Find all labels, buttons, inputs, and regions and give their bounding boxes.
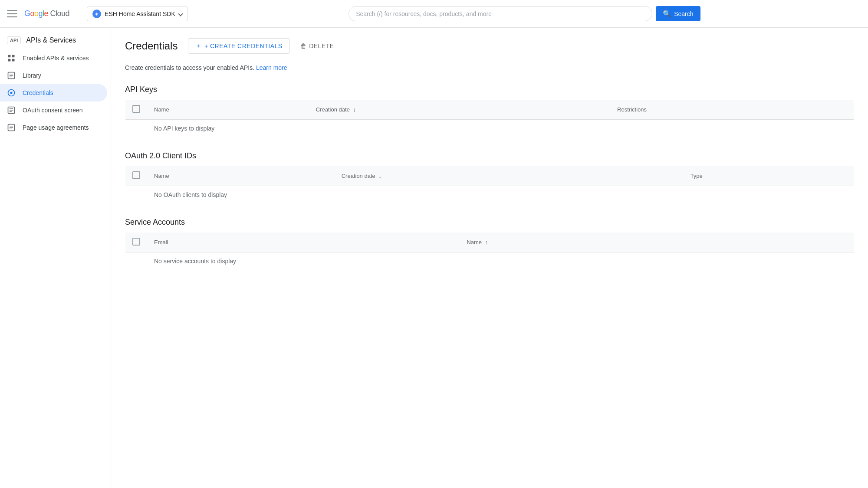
api-keys-header-checkbox-cell — [125, 100, 148, 120]
sidebar-item-credentials[interactable]: Credentials — [0, 84, 107, 102]
oauth-clients-col-name: Name — [147, 166, 335, 186]
api-keys-select-all-checkbox[interactable] — [132, 105, 140, 113]
api-badge: API — [7, 36, 21, 44]
service-accounts-sort-asc-icon: ↑ — [485, 239, 488, 246]
service-accounts-section: Service Accounts Email Name ↑ — [125, 218, 854, 270]
enabled-apis-icon — [7, 54, 16, 62]
project-name: ESH Home Assistant SDK — [105, 10, 175, 17]
sidebar-item-label-oauth-consent: OAuth consent screen — [23, 107, 83, 114]
project-icon: ◈ — [92, 10, 101, 18]
sidebar-item-label-credentials: Credentials — [23, 89, 53, 96]
hamburger-menu-icon[interactable] — [7, 9, 17, 19]
sidebar-title: APIs & Services — [26, 36, 76, 44]
api-keys-empty-checkbox-cell — [125, 120, 148, 138]
service-accounts-header-checkbox-cell — [125, 233, 148, 252]
search-bar[interactable] — [349, 6, 652, 21]
sidebar-header: API APIs & Services — [0, 31, 111, 49]
sidebar-item-enabled-apis[interactable]: Enabled APIs & services — [0, 49, 107, 67]
api-keys-section: API Keys Name Creation date ↓ — [125, 85, 854, 138]
create-credentials-button[interactable]: ＋ + CREATE CREDENTIALS — [188, 38, 289, 54]
search-area: 🔍 Search — [188, 6, 861, 21]
service-accounts-title: Service Accounts — [125, 218, 854, 227]
oauth-clients-empty-row: No OAuth clients to display — [125, 186, 854, 204]
oauth-clients-section: OAuth 2.0 Client IDs Name Creation date … — [125, 151, 854, 204]
oauth-clients-col-creation-date[interactable]: Creation date ↓ — [335, 166, 684, 186]
page-header: Credentials ＋ + CREATE CREDENTIALS 🗑 DEL… — [125, 38, 854, 54]
api-keys-col-name: Name — [147, 100, 309, 120]
page-description: Create credentials to access your enable… — [125, 64, 854, 71]
api-keys-title: API Keys — [125, 85, 854, 94]
delete-button-label: DELETE — [309, 43, 334, 49]
delete-button[interactable]: 🗑 DELETE — [293, 39, 341, 53]
api-keys-col-creation-date[interactable]: Creation date ↓ — [309, 100, 610, 120]
create-button-label: + CREATE CREDENTIALS — [204, 43, 283, 49]
api-keys-table: Name Creation date ↓ Restrictions — [125, 99, 854, 138]
delete-icon: 🗑 — [300, 43, 307, 49]
api-keys-empty-message: No API keys to display — [147, 120, 854, 138]
oauth-clients-title: OAuth 2.0 Client IDs — [125, 151, 854, 160]
oauth-clients-header-checkbox-cell — [125, 166, 148, 186]
credentials-icon — [7, 88, 16, 97]
search-input[interactable] — [356, 10, 645, 17]
app-layout: API APIs & Services Enabled APIs & servi… — [0, 28, 868, 488]
search-button[interactable]: 🔍 Search — [656, 6, 700, 21]
create-icon: ＋ — [195, 42, 202, 50]
learn-more-link[interactable]: Learn more — [256, 64, 287, 71]
oauth-consent-icon — [7, 106, 16, 115]
oauth-clients-empty-checkbox-cell — [125, 186, 148, 204]
main-content: Credentials ＋ + CREATE CREDENTIALS 🗑 DEL… — [111, 28, 868, 488]
svg-rect-0 — [8, 55, 11, 58]
service-accounts-empty-checkbox-cell — [125, 252, 148, 270]
svg-rect-2 — [8, 59, 11, 62]
action-buttons: ＋ + CREATE CREDENTIALS 🗑 DELETE — [188, 38, 341, 54]
sidebar-item-page-usage[interactable]: Page usage agreements — [0, 119, 107, 136]
sidebar: API APIs & Services Enabled APIs & servi… — [0, 28, 111, 488]
sidebar-item-label-page-usage: Page usage agreements — [23, 124, 89, 131]
sidebar-item-label-enabled-apis: Enabled APIs & services — [23, 55, 89, 62]
search-icon: 🔍 — [663, 10, 671, 18]
oauth-clients-header-row: Name Creation date ↓ Type — [125, 166, 854, 186]
page-usage-icon — [7, 123, 16, 132]
oauth-clients-select-all-checkbox[interactable] — [132, 171, 140, 179]
oauth-clients-col-type: Type — [684, 166, 854, 186]
api-keys-header-row: Name Creation date ↓ Restrictions — [125, 100, 854, 120]
svg-point-9 — [10, 92, 13, 94]
service-accounts-col-email: Email — [147, 233, 460, 252]
google-cloud-logo: Google Cloud — [24, 9, 69, 18]
oauth-clients-empty-message: No OAuth clients to display — [147, 186, 854, 204]
service-accounts-empty-message: No service accounts to display — [147, 252, 854, 270]
service-accounts-col-name[interactable]: Name ↑ — [460, 233, 854, 252]
svg-rect-3 — [12, 59, 15, 62]
search-button-label: Search — [674, 10, 693, 17]
header: Google Cloud ◈ ESH Home Assistant SDK 🔍 … — [0, 0, 868, 28]
service-accounts-table: Email Name ↑ No service accounts to disp… — [125, 232, 854, 270]
description-text: Create credentials to access your enable… — [125, 64, 254, 71]
project-selector[interactable]: ◈ ESH Home Assistant SDK — [87, 7, 188, 21]
sidebar-item-label-library: Library — [23, 72, 41, 79]
library-icon — [7, 71, 16, 80]
service-accounts-header-row: Email Name ↑ — [125, 233, 854, 252]
chevron-down-icon — [178, 11, 183, 16]
oauth-sort-desc-icon: ↓ — [378, 173, 381, 179]
service-accounts-empty-row: No service accounts to display — [125, 252, 854, 270]
oauth-clients-table: Name Creation date ↓ Type No — [125, 166, 854, 204]
api-keys-empty-row: No API keys to display — [125, 120, 854, 138]
service-accounts-select-all-checkbox[interactable] — [132, 238, 140, 246]
logo-text: Google Cloud — [24, 9, 69, 18]
sidebar-item-oauth-consent[interactable]: OAuth consent screen — [0, 102, 107, 119]
page-title: Credentials — [125, 40, 178, 52]
sidebar-item-library[interactable]: Library — [0, 67, 107, 84]
api-keys-col-restrictions: Restrictions — [610, 100, 854, 120]
sort-desc-icon: ↓ — [353, 106, 356, 113]
svg-rect-1 — [12, 55, 15, 58]
